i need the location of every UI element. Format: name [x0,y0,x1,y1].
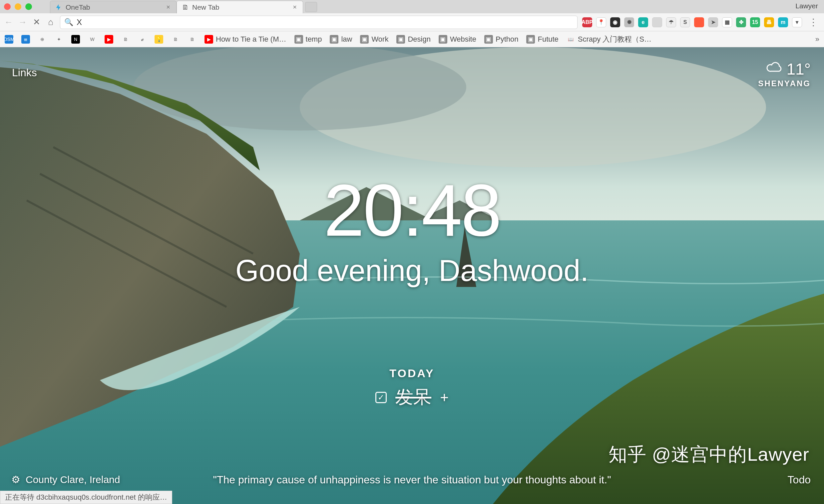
ext-clover-icon[interactable]: ✤ [736,17,746,27]
bookmark-list[interactable]: ≣ [21,35,30,43]
bookmark-n-icon: N [71,35,80,43]
bookmark-bulb-icon: 💡 [154,35,163,43]
ext-onetab-icon[interactable]: ▾ [792,17,802,27]
bookmark-bulb[interactable]: 💡 [154,35,163,43]
home-button[interactable]: ⌂ [46,18,55,27]
bookmark-design[interactable]: ▣Design [396,35,430,43]
search-icon: 🔍 [64,18,73,27]
bookmark-futute[interactable]: ▣Futute [526,35,558,43]
bookmark-list-icon: ≣ [21,35,30,43]
today-add-button[interactable]: + [440,389,449,406]
today-checkbox[interactable]: ✓ [375,392,387,403]
ext-cal15-icon[interactable]: 15 [750,17,760,27]
bookmark-page3[interactable]: 🗎 [188,35,197,43]
bookmark-page1-icon: 🗎 [121,35,130,43]
tab-onetab[interactable]: OneTab × [50,1,177,13]
bookmarks-overflow-icon[interactable]: » [815,35,819,43]
momentum-overlay: Links 11° SHENYANG 20:48 Good evening, D… [0,47,824,504]
ext-mushroom-icon[interactable]: ☂ [666,17,676,27]
bookmark-page2-icon: 🗎 [171,35,180,43]
bookmark-scrapy-icon: 📖 [566,35,575,43]
todo-button[interactable]: Todo [788,474,811,486]
bookmark-n[interactable]: N [71,35,80,43]
bookmark-puzzle[interactable]: ✦ [55,35,63,43]
bookmark-page2[interactable]: 🗎 [171,35,180,43]
ext-m-circle-icon[interactable]: m [778,17,788,27]
stop-button[interactable]: ✕ [32,18,41,27]
bookmark-work-icon: ▣ [360,35,369,43]
window-close-icon[interactable] [4,3,11,10]
ext-gray-box-icon[interactable] [652,17,662,27]
bookmark-globe[interactable]: ⊕ [38,35,46,43]
tab-strip: OneTab × 🗎 New Tab × [0,0,824,13]
profile-name[interactable]: Lawyer [795,2,818,10]
bookmark-howto[interactable]: ▶How to Tie a Tie (M… [205,35,287,43]
bookmark-dsm-icon: DSM [5,35,13,43]
greeting: Good evening, Dashwood. [0,254,824,288]
ext-egg-icon[interactable] [694,17,704,27]
watermark-text: 知乎 @迷宫中的Lawyer [609,442,809,467]
weather-widget[interactable]: 11° SHENYANG [758,60,811,88]
tab-close-icon[interactable]: × [166,3,170,11]
bookmark-python[interactable]: ▣Python [484,35,519,43]
bookmark-work[interactable]: ▣Work [360,35,388,43]
bookmark-website-icon: ▣ [439,35,447,43]
daily-quote[interactable]: "The primary cause of unhappiness is nev… [0,474,824,486]
ext-eye-icon[interactable]: ◉ [610,17,620,27]
window-maximize-icon[interactable] [25,3,32,10]
bookmark-temp[interactable]: ▣temp [294,35,322,43]
bookmarks-bar: DSM≣⊕✦NW▶🗎⸙💡🗎🗎▶How to Tie a Tie (M…▣temp… [0,31,824,47]
window-minimize-icon[interactable] [15,3,21,10]
bookmark-wiki[interactable]: W [88,35,97,43]
bookmark-howto-icon: ▶ [205,35,213,43]
address-value: X [77,18,82,27]
tab-close-icon[interactable]: × [293,3,297,11]
ext-brain-icon[interactable]: ✺ [624,17,634,27]
toolbar: ← → ✕ ⌂ 🔍 X ABP📍◉✺e☂S➤▦✤15🖶m▾ ⋮ [0,13,824,31]
weather-city: SHENYANG [758,79,811,88]
bookmark-label: Website [450,35,476,43]
today-item-text[interactable]: 发呆 [395,385,431,409]
bookmark-label: Futute [537,35,558,43]
bookmark-temp-icon: ▣ [294,35,303,43]
bookmark-label: temp [306,35,322,43]
forward-button[interactable]: → [18,18,27,27]
ext-s-circle-icon[interactable]: S [680,17,690,27]
bookmark-scrapy[interactable]: 📖Scrapy 入门教程（S… [566,34,651,44]
weather-temp: 11° [786,60,811,78]
address-bar[interactable]: 🔍 X [60,16,578,29]
ext-compass-icon[interactable]: ➤ [708,17,718,27]
browser-menu-button[interactable]: ⋮ [807,17,820,28]
bookmark-leaf-icon: ⸙ [138,35,146,43]
tab-newtab[interactable]: 🗎 New Tab × [177,1,303,13]
bookmark-label: Python [496,35,519,43]
bookmark-label: law [341,35,352,43]
bookmark-dsm[interactable]: DSM [5,35,13,43]
bookmark-page1[interactable]: 🗎 [121,35,130,43]
ext-print-icon[interactable]: 🖶 [764,17,774,27]
bookmark-puzzle-icon: ✦ [55,35,63,43]
bookmark-design-icon: ▣ [396,35,405,43]
bookmark-label: How to Tie a Tie (M… [216,35,287,43]
bookmark-law-icon: ▣ [330,35,338,43]
ext-grid4-icon[interactable]: ▦ [722,17,732,27]
bookmark-website[interactable]: ▣Website [439,35,476,43]
bookmark-label: Work [371,35,388,43]
ext-pin-icon[interactable]: 📍 [596,17,606,27]
bookmark-law[interactable]: ▣law [330,35,352,43]
extensions-row: ABP📍◉✺e☂S➤▦✤15🖶m▾ [582,17,802,27]
bookmark-youtube1[interactable]: ▶ [105,35,113,43]
tab-title: New Tab [192,3,219,11]
bookmark-leaf[interactable]: ⸙ [138,35,146,43]
bookmark-globe-icon: ⊕ [38,35,46,43]
ext-abp-icon[interactable]: ABP [582,17,592,27]
links-button[interactable]: Links [12,67,37,79]
bookmark-label: Scrapy 入门教程（S… [578,34,651,44]
tab-title: OneTab [66,3,90,11]
bookmark-futute-icon: ▣ [526,35,535,43]
new-tab-button[interactable] [305,2,317,12]
ext-teal-e-icon[interactable]: e [638,17,648,27]
today-label: TODAY [0,367,824,380]
back-button[interactable]: ← [4,18,13,27]
onetab-favicon-icon [55,4,62,11]
